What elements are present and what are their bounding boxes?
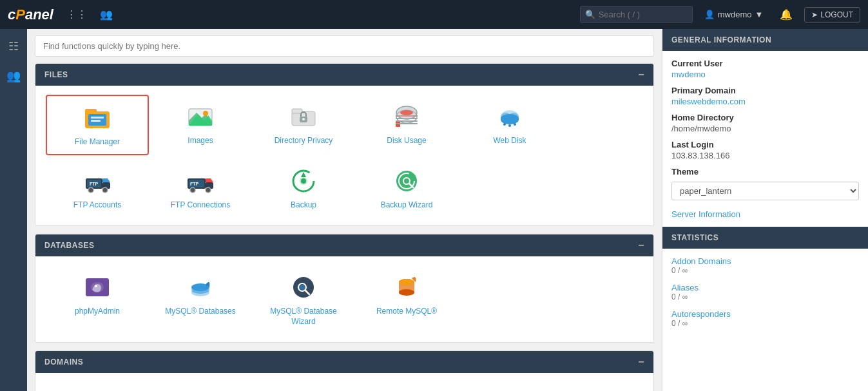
domains-collapse-button[interactable]: − [638, 356, 644, 368]
statistics-header: STATISTICS [662, 227, 868, 249]
theme-label: Theme [671, 167, 859, 176]
domains-section: DOMAINS − Site Publisher [35, 350, 654, 391]
file-manager-label: File Manager [75, 137, 120, 148]
stat-autoresponders-label[interactable]: Autoresponders [671, 309, 859, 319]
main-layout: ☷ 👥 FILES − [0, 29, 868, 391]
web-disk-icon [494, 101, 525, 132]
search-input[interactable] [580, 6, 693, 23]
file-manager-item[interactable]: File Manager [46, 95, 149, 155]
backup-item[interactable]: Backup [252, 159, 355, 217]
ftp-connections-item[interactable]: FTP FTP Connections [149, 159, 252, 217]
theme-select[interactable]: paper_lantern [671, 182, 859, 200]
stat-addon-domains: Addon Domains 0 / ∞ [671, 256, 859, 275]
images-icon [185, 101, 216, 132]
svg-point-48 [301, 178, 306, 184]
disk-usage-icon [391, 101, 422, 132]
stat-addon-domains-value: 0 / ∞ [671, 266, 859, 275]
subdomains-item[interactable]: sub. Subdomains [252, 382, 355, 391]
aliases-item[interactable]: .com − Aliases [355, 382, 458, 391]
current-user-label: Current User [671, 59, 859, 68]
svg-point-26 [501, 115, 508, 123]
databases-section: DATABASES − phpMyAdmin [35, 234, 654, 343]
statistics-body: Addon Domains 0 / ∞ Aliases 0 / ∞ Autore… [662, 249, 868, 343]
backup-wizard-label: Backup Wizard [381, 200, 433, 211]
backup-wizard-item[interactable]: Backup Wizard [355, 159, 458, 217]
content-area: FILES − [27, 29, 662, 391]
remote-mysql-item[interactable]: Remote MySQL® [355, 265, 458, 333]
stat-autoresponders-value: 0 / ∞ [671, 319, 859, 328]
svg-point-34 [88, 187, 93, 193]
files-header-label: FILES [44, 70, 68, 79]
left-sidebar: ☷ 👥 [0, 29, 27, 391]
sidebar-grid-icon[interactable]: ☷ [5, 35, 23, 57]
svg-point-12 [302, 118, 305, 120]
files-collapse-button[interactable]: − [638, 69, 644, 81]
domains-header-label: DOMAINS [44, 358, 83, 367]
user-avatar-icon: 👤 [704, 10, 715, 19]
mysql-databases-label: MySQL® Databases [165, 307, 236, 317]
directory-privacy-item[interactable]: Directory Privacy [252, 95, 355, 155]
general-info-section: GENERAL INFORMATION Current User mwdemo … [662, 29, 868, 227]
svg-point-7 [203, 111, 208, 116]
phpmyadmin-item[interactable]: phpMyAdmin [46, 265, 149, 333]
svg-marker-46 [301, 172, 306, 177]
logout-icon: ➤ [811, 10, 818, 19]
databases-collapse-button[interactable]: − [638, 240, 644, 251]
chevron-down-icon: ▼ [755, 10, 763, 19]
directory-privacy-icon [288, 101, 319, 132]
mysql-wizard-item[interactable]: MySQL® Database Wizard [252, 265, 355, 333]
svg-marker-40 [206, 178, 213, 182]
svg-point-29 [508, 124, 511, 127]
svg-text:FTP: FTP [190, 182, 199, 186]
backup-wizard-icon [391, 166, 422, 196]
svg-point-27 [511, 115, 519, 123]
svg-point-30 [514, 123, 516, 126]
web-disk-label: Web Disk [493, 136, 526, 146]
svg-rect-1 [85, 109, 97, 114]
username-label: mwdemo [718, 10, 752, 19]
logout-label: LOGOUT [820, 10, 853, 19]
remote-mysql-label: Remote MySQL® [376, 307, 437, 317]
svg-point-28 [503, 123, 506, 126]
statistics-section: STATISTICS Addon Domains 0 / ∞ Aliases 0… [662, 227, 868, 343]
redirects-item[interactable]: .com → Redirects [458, 382, 561, 391]
databases-section-body: phpMyAdmin MySQL® Databa [35, 256, 653, 342]
content-search-input[interactable] [35, 35, 654, 57]
phpmyadmin-label: phpMyAdmin [75, 307, 120, 317]
addon-domains-item[interactable]: .com + Addon Domains [149, 382, 252, 391]
cpanel-logo: cPanel [8, 6, 53, 23]
site-publisher-item[interactable]: Site Publisher [46, 382, 149, 391]
notifications-bell-icon[interactable]: 🔔 [780, 8, 793, 21]
domains-section-header: DOMAINS − [35, 351, 653, 373]
server-information-link[interactable]: Server Information [671, 209, 859, 219]
file-manager-icon [82, 102, 113, 133]
ftp-accounts-label: FTP Accounts [73, 200, 121, 211]
svg-point-65 [399, 289, 414, 296]
general-info-body: Current User mwdemo Primary Domain miles… [662, 51, 868, 227]
grid-icon[interactable]: ⋮⋮ [66, 8, 87, 21]
directory-privacy-label: Directory Privacy [275, 136, 333, 146]
users-icon[interactable]: 👥 [100, 8, 113, 21]
stat-aliases: Aliases 0 / ∞ [671, 283, 859, 301]
mysql-databases-item[interactable]: MySQL® Databases [149, 265, 252, 333]
general-info-header: GENERAL INFORMATION [662, 29, 868, 51]
svg-point-42 [206, 187, 211, 193]
files-section-body: File Manager Images [35, 86, 653, 225]
site-publisher-icon [82, 388, 113, 391]
user-menu[interactable]: 👤 mwdemo ▼ [704, 10, 764, 19]
logout-button[interactable]: ➤ LOGOUT [804, 7, 860, 23]
sidebar-users-icon[interactable]: 👥 [3, 65, 24, 87]
stat-aliases-label[interactable]: Aliases [671, 283, 859, 292]
general-info-header-label: GENERAL INFORMATION [671, 35, 771, 44]
disk-usage-label: Disk Usage [387, 136, 426, 146]
images-item[interactable]: Images [149, 95, 252, 155]
web-disk-item[interactable]: Web Disk [458, 95, 561, 155]
ftp-connections-label: FTP Connections [171, 200, 231, 211]
ftp-accounts-item[interactable]: FTP FTP Accounts [46, 159, 149, 217]
svg-rect-10 [292, 109, 302, 113]
disk-usage-item[interactable]: Disk Usage [355, 95, 458, 155]
primary-domain-label: Primary Domain [671, 86, 859, 95]
right-panel: GENERAL INFORMATION Current User mwdemo … [662, 29, 868, 391]
stat-addon-domains-label[interactable]: Addon Domains [671, 256, 859, 266]
mysql-databases-icon [185, 272, 216, 303]
